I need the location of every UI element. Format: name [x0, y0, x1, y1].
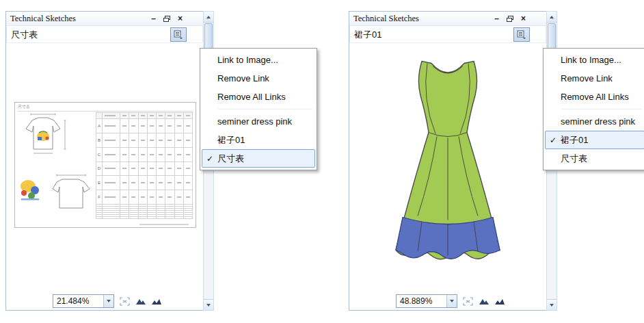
menu-item-link-to-image[interactable]: Link to Image... [202, 51, 315, 69]
zoom-dropdown-arrow[interactable] [103, 295, 113, 307]
panel-title: Technical Sketches [353, 14, 419, 24]
close-button[interactable]: × [521, 14, 526, 23]
fit-view-icon[interactable] [135, 297, 146, 305]
window-buttons: – × [494, 13, 526, 24]
garment-sketches [17, 112, 94, 219]
checkmark-icon: ✓ [202, 154, 217, 164]
scroll-down-button[interactable] [547, 299, 556, 310]
panel-titlebar[interactable]: Technical Sketches – × [349, 12, 546, 26]
zoom-dropdown-arrow[interactable] [446, 295, 457, 307]
tee-back-sketch [53, 179, 90, 208]
page-footer-text [139, 224, 189, 225]
list-menu-icon [517, 30, 526, 39]
menu-item-remove-link[interactable]: Remove Link [545, 69, 644, 88]
window-buttons: – × [151, 13, 183, 24]
scroll-up-button[interactable] [547, 12, 556, 23]
artwork-thumbnail [21, 180, 39, 201]
page-header: 尺寸表 [18, 103, 193, 112]
panel-titlebar[interactable]: Technical Sketches – × [6, 12, 203, 26]
menu-item-size-chart[interactable]: ✓ 尺寸表 [202, 149, 315, 168]
fit-to-window-icon[interactable] [462, 296, 474, 307]
sketch-view-dress[interactable] [349, 43, 546, 292]
minimize-button[interactable]: – [151, 14, 156, 23]
scroll-down-button[interactable] [204, 299, 213, 310]
minimize-button[interactable]: – [494, 14, 499, 23]
document-name: 尺寸表 [11, 29, 38, 41]
technical-sketches-panel-size-chart: Technical Sketches – × 尺寸表 尺寸表 [5, 11, 204, 311]
list-menu-icon [174, 30, 183, 39]
close-button[interactable]: × [178, 14, 183, 23]
technical-sketches-panel-dress: Technical Sketches – × 裙子01 [349, 11, 547, 311]
scroll-up-button[interactable] [204, 12, 213, 23]
zoom-statusbar: 21.484% [6, 292, 203, 310]
row-letter: E [96, 176, 103, 190]
menu-item-remove-all-links[interactable]: Remove All Links [545, 88, 644, 106]
menu-item-skirt-01[interactable]: ✓ 裙子01 [545, 131, 644, 149]
application-canvas: { "panels": [ { "window_title": "Technic… [0, 0, 644, 323]
checkmark-icon: ✓ [546, 135, 561, 145]
link-menu-popup: Link to Image... Remove Link Remove All … [543, 48, 644, 170]
link-menu-popup: Link to Image... Remove Link Remove All … [200, 48, 317, 170]
row-letter: C [96, 147, 103, 162]
actual-size-icon[interactable] [494, 297, 505, 305]
zoom-value: 48.889% [397, 296, 446, 306]
zoom-combobox[interactable]: 48.889% [396, 294, 457, 308]
menu-item-remove-link[interactable]: Remove Link [202, 69, 315, 88]
link-menu-button[interactable] [513, 27, 530, 42]
restore-button[interactable] [507, 16, 513, 22]
menu-item-remove-all-links[interactable]: Remove All Links [202, 88, 315, 106]
fit-to-window-icon[interactable] [119, 296, 131, 307]
document-name: 裙子01 [354, 29, 381, 41]
row-letter: B [96, 133, 103, 147]
zoom-statusbar: 48.889% [349, 292, 546, 310]
menu-item-seminer-dress-pink[interactable]: seminer dress pink [545, 112, 644, 131]
actual-size-icon[interactable] [151, 297, 162, 305]
zoom-value: 21.484% [53, 296, 103, 306]
document-row: 裙子01 [349, 26, 546, 43]
menu-item-skirt-01[interactable]: 裙子01 [202, 131, 315, 149]
link-menu-button[interactable] [170, 27, 187, 42]
size-chart-page: 尺寸表 [14, 102, 196, 228]
measurement-table: A B C D E F [96, 112, 193, 219]
fit-view-icon[interactable] [479, 297, 489, 305]
tee-print-graphic [37, 131, 49, 141]
dress-illustration [386, 50, 509, 283]
menu-item-size-chart[interactable]: 尺寸表 [545, 149, 644, 168]
sketch-view-size-chart[interactable]: 尺寸表 [6, 43, 203, 292]
menu-separator [545, 106, 644, 112]
row-letter: F [96, 190, 103, 205]
zoom-combobox[interactable]: 21.484% [53, 294, 114, 308]
row-letter: A [96, 118, 103, 133]
panel-title: Technical Sketches [10, 14, 76, 24]
menu-item-seminer-dress-pink[interactable]: seminer dress pink [202, 112, 315, 131]
menu-separator [202, 106, 315, 112]
restore-button[interactable] [163, 16, 170, 22]
row-letter: D [96, 162, 103, 176]
document-row: 尺寸表 [6, 26, 203, 43]
menu-item-link-to-image[interactable]: Link to Image... [545, 51, 644, 69]
